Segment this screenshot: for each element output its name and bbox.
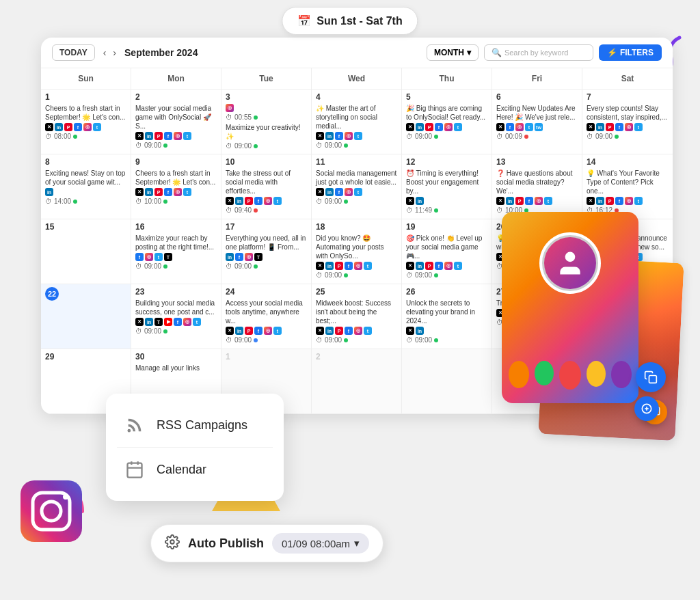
instagram-icon-sm: ◎	[83, 123, 92, 131]
search-icon: 🔍	[492, 48, 502, 57]
week-1: 1 Cheers to a fresh start in September! …	[41, 90, 673, 154]
cell-sep-2[interactable]: 2 Master your social media game with Onl…	[131, 90, 221, 154]
calendar-header: TODAY ‹ › September 2024 MONTH ▾ 🔍 Searc…	[41, 38, 673, 68]
rss-campaigns-item[interactable]: RSS Campaigns	[117, 405, 273, 446]
cell-sep-10[interactable]: 10 Take the stress out of social media w…	[221, 154, 312, 219]
linkedin-icon: in	[55, 123, 63, 131]
cell-sep-17[interactable]: 17 Everything you need, all in one platf…	[221, 219, 312, 284]
search-placeholder: Search by keyword	[504, 49, 569, 57]
auto-publish-pill[interactable]: Auto Publish 01/09 08:00am ▾	[150, 524, 383, 562]
cell-sep-9[interactable]: 9 Cheers to a fresh start in September! …	[131, 154, 221, 219]
cell-sep-3[interactable]: 3 ◎ ⏱ 00:55 Maximize your creativity! ✨ …	[221, 90, 312, 154]
svg-point-7	[565, 252, 576, 262]
cell-sep-14[interactable]: 14 💡 What's Your Favorite Type of Conten…	[582, 154, 673, 219]
fab-copy-button[interactable]	[636, 362, 666, 392]
next-month-button[interactable]: ›	[110, 46, 119, 59]
cell-sep-18[interactable]: 18 Did you know? 🤩 Automating your posts…	[312, 219, 402, 284]
day-header-sun: Sun	[41, 68, 131, 90]
svg-point-3	[63, 494, 68, 500]
week-2: 8 Exciting news! Stay on top of your soc…	[41, 154, 673, 219]
auto-publish-time-selector[interactable]: 01/09 08:00am ▾	[272, 533, 369, 554]
cell-sep-16[interactable]: 16 Maximize your reach by posting at the…	[131, 219, 221, 284]
cell-sep-13[interactable]: 13 ❓ Have questions about social media s…	[492, 154, 582, 219]
popup-divider	[117, 447, 273, 448]
cell-sep-23[interactable]: 23 Building your social media success, o…	[131, 284, 221, 349]
day-header-wed: Wed	[312, 68, 402, 90]
cell-sep-24[interactable]: 24 Access your social media tools anytim…	[221, 284, 312, 349]
cell-sep-1[interactable]: 1 Cheers to a fresh start in September! …	[41, 90, 131, 154]
cell-sep-4[interactable]: 4 ✨ Master the art of storytelling on so…	[312, 90, 402, 154]
fab-add-button[interactable]	[634, 396, 659, 421]
filters-button[interactable]: ⚡ FILTERS	[599, 44, 662, 61]
cell-empty-1	[402, 349, 492, 414]
date-range-pill: 📅 Sun 1st - Sat 7th	[282, 7, 418, 35]
profile-overlay-card	[502, 212, 638, 403]
prev-month-button[interactable]: ‹	[100, 46, 109, 59]
cell-sep-22[interactable]: 22	[41, 284, 131, 349]
search-box[interactable]: 🔍 Search by keyword	[484, 44, 593, 61]
cell-sep-8[interactable]: 8 Exciting news! Stay on top of your soc…	[41, 154, 131, 219]
month-year-label: September 2024	[124, 47, 198, 58]
twitter-icon: t	[93, 123, 101, 131]
cell-oct-2[interactable]: 2	[312, 349, 402, 414]
rss-icon	[122, 413, 147, 437]
date-range-label: Sun 1st - Sat 7th	[317, 15, 402, 27]
svg-rect-5	[128, 463, 142, 478]
pinterest-icon: P	[64, 123, 72, 131]
cell-sep-11[interactable]: 11 Social media management just got a wh…	[312, 154, 402, 219]
today-button[interactable]: TODAY	[52, 44, 95, 61]
auto-publish-chevron: ▾	[354, 537, 360, 549]
cell-sep-26[interactable]: 26 Unlock the secrets to elevating your …	[402, 284, 492, 349]
popup-menu: RSS Campaigns Calendar	[106, 394, 284, 501]
instagram-icon	[21, 480, 82, 542]
nav-arrows: ‹ ›	[100, 46, 119, 59]
cell-sep-6[interactable]: 6 Exciting New Updates Are Here! 🎉 We've…	[492, 90, 582, 154]
cell-sep-7[interactable]: 7 Every step counts! Stay consistent, st…	[582, 90, 673, 154]
calendar-header-left: TODAY ‹ › September 2024	[52, 44, 198, 61]
day-header-thu: Thu	[402, 68, 492, 90]
cell-sep-12[interactable]: 12 ⏰ Timing is everything! Boost your en…	[402, 154, 492, 219]
view-dropdown[interactable]: MONTH ▾	[427, 44, 479, 61]
auto-publish-time-value: 01/09 08:00am	[282, 538, 350, 549]
svg-point-4	[128, 429, 131, 433]
svg-rect-0	[21, 480, 82, 542]
rss-label: RSS Campaigns	[157, 418, 247, 433]
svg-rect-8	[649, 376, 657, 383]
cell-sep-19[interactable]: 19 🎯 Pick one! 👏 Level up your social me…	[402, 219, 492, 284]
day-header-mon: Mon	[131, 68, 221, 90]
calendar-label: Calendar	[157, 463, 206, 477]
profile-avatar-ring	[539, 232, 601, 294]
clock-icon: ⏱	[45, 133, 52, 140]
day-header-fri: Fri	[492, 68, 582, 90]
calendar-popup-icon	[122, 457, 147, 482]
facebook-icon: f	[74, 123, 82, 131]
cell-sep-15[interactable]: 15	[41, 219, 131, 284]
filter-icon: ⚡	[607, 48, 617, 57]
day-headers-row: Sun Mon Tue Wed Thu Fri Sat	[41, 68, 673, 90]
svg-point-6	[170, 540, 174, 544]
auto-publish-label: Auto Publish	[188, 536, 264, 551]
auto-publish-gear-icon	[165, 534, 180, 553]
day-header-tue: Tue	[221, 68, 312, 90]
day-header-sat: Sat	[582, 68, 673, 90]
x-icon: ✕	[45, 123, 53, 131]
status-dot-green	[73, 135, 77, 139]
balloon-decoration	[509, 361, 632, 390]
cell-sep-25[interactable]: 25 Midweek boost: Success isn't about be…	[312, 284, 402, 349]
calendar-item[interactable]: Calendar	[117, 449, 273, 490]
calendar-icon: 📅	[297, 14, 311, 27]
profile-background	[502, 212, 638, 403]
calendar-header-right: MONTH ▾ 🔍 Search by keyword ⚡ FILTERS	[427, 44, 662, 61]
profile-icon	[544, 237, 596, 289]
cell-sep-5[interactable]: 5 🎉 Big things are coming to OnlySocial!…	[402, 90, 492, 154]
